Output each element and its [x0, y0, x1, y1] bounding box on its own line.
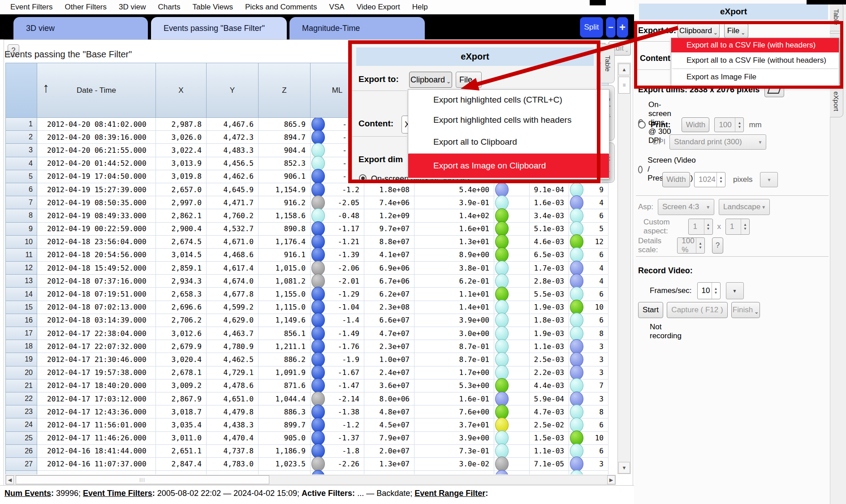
- table-row[interactable]: 82012-04-19 08:49:33.0002,862.14,760.21,…: [5, 209, 609, 222]
- menu-item-export-all-to-a-csv-file-with-headers-[interactable]: Export all to a CSV File (with headers): [671, 38, 839, 52]
- table-row[interactable]: 202012-04-17 19:57:38.0002,678.14,729.11…: [5, 366, 609, 379]
- tab-3d-view[interactable]: 3D view: [13, 17, 148, 39]
- table-row[interactable]: 222012-04-17 17:03:12.0002,867.94,651.01…: [5, 392, 609, 405]
- scroll-up-icon[interactable]: ▲: [618, 64, 630, 75]
- aspect-dropdown[interactable]: Screen 4:3▼: [658, 199, 714, 215]
- table-row[interactable]: 142012-04-18 07:19:51.0002,658.34,677.81…: [5, 288, 609, 301]
- menu-item-export-all-to-clipboard[interactable]: Export all to Clipboard: [408, 130, 609, 153]
- menu-item-export-as-image-file[interactable]: Export as Image File: [671, 69, 839, 85]
- radio-selected-icon[interactable]: [359, 174, 367, 180]
- radio-icon[interactable]: [638, 121, 646, 129]
- file-button[interactable]: File⌄: [456, 72, 482, 88]
- scroll-right-icon[interactable]: ▶: [607, 475, 615, 484]
- table-row[interactable]: 92012-04-19 00:22:59.0002,900.44,532.789…: [5, 223, 609, 236]
- scroll-down-icon[interactable]: ▼: [618, 462, 630, 474]
- menu-item-export-all-to-a-csv-file-without-headers-[interactable]: Export all to a CSV File (without header…: [671, 52, 839, 69]
- table-row[interactable]: 232012-04-17 12:43:36.0003,018.74,479.88…: [5, 405, 609, 418]
- status-bar: Num Events: 39996; Event Time Filters: 2…: [0, 486, 634, 504]
- column-header-Y[interactable]: Y: [207, 63, 259, 118]
- dpi-dropdown[interactable]: Standard print (300)▼: [669, 134, 766, 150]
- menu-item-3d-view[interactable]: 3D view: [119, 3, 146, 12]
- zoom-in-button[interactable]: +: [617, 17, 628, 38]
- cell: 916.1: [259, 249, 311, 262]
- finish-button[interactable]: Finish⌄: [731, 302, 760, 318]
- menu-item-charts[interactable]: Charts: [158, 3, 180, 12]
- clipboard-button[interactable]: Clipboard⌄: [678, 23, 720, 38]
- details-scale-spinner[interactable]: 100 %▲▼: [677, 237, 705, 254]
- side-tab-table[interactable]: Table: [601, 44, 615, 83]
- split-button[interactable]: Split: [580, 17, 603, 38]
- menu-item-export-highlighted-cells-with-headers[interactable]: Export highlighted cells with headers: [408, 110, 609, 130]
- column-header-Date - Time[interactable]: ↑Date - Time: [37, 63, 156, 118]
- spinner-arrows-icon[interactable]: ▲▼: [717, 172, 725, 187]
- menu-item-event-filters[interactable]: Event Filters: [10, 3, 52, 12]
- menu-item-video-export[interactable]: Video Export: [357, 3, 400, 12]
- table-row[interactable]: 262012-04-16 18:41:44.0002,651.14,737.81…: [5, 445, 609, 458]
- event-marker-icon: [570, 287, 583, 302]
- cell: 4.6e-03: [530, 236, 569, 249]
- side-tab-table[interactable]: Table: [830, 3, 843, 31]
- column-header-col0[interactable]: [5, 63, 37, 118]
- screen-unit-dropdown[interactable]: ▼: [760, 172, 778, 187]
- print-width-button[interactable]: Width: [682, 117, 709, 132]
- menu-item-help[interactable]: Help: [412, 3, 428, 12]
- table-row[interactable]: 252012-04-17 11:46:26.0003,011.04,470.49…: [5, 432, 609, 445]
- table-row[interactable]: 102012-04-18 23:56:04.0002,674.54,671.01…: [5, 236, 609, 249]
- start-button[interactable]: Start: [638, 302, 663, 318]
- tab-events-passing-base-filter-[interactable]: Events passing "Base Filter": [151, 17, 287, 39]
- fps-spinner[interactable]: 10▲▼: [697, 282, 721, 299]
- table-row[interactable]: 132012-04-18 07:37:16.0002,934.34,674.01…: [5, 275, 609, 288]
- column-header-Z[interactable]: Z: [259, 63, 311, 118]
- scrollbar-thumb[interactable]: |||: [16, 475, 269, 484]
- table-row[interactable]: 122012-04-18 15:49:52.0002,859.14,617.41…: [5, 262, 609, 275]
- spinner-arrows-icon[interactable]: ▲▼: [741, 219, 749, 234]
- table-row[interactable]: 72012-04-19 08:50:35.0002,997.04,471.791…: [5, 196, 609, 209]
- table-row[interactable]: 192012-04-17 21:30:46.0003,020.44,462.58…: [5, 353, 609, 366]
- menu-item-vsa[interactable]: VSA: [329, 3, 345, 12]
- custom-aspect-x-spinner[interactable]: 1▲▼: [688, 219, 712, 235]
- capture-button[interactable]: Capture ( F12 ): [667, 302, 728, 318]
- menu-item-other-filters[interactable]: Other Filters: [65, 3, 107, 12]
- table-row[interactable]: 182012-04-17 22:07:32.0002,679.94,780.91…: [5, 340, 609, 353]
- table-horizontal-scrollbar[interactable]: ◀ ||| ▶: [5, 475, 616, 485]
- table-row[interactable]: 152012-04-18 07:02:13.0002,696.64,599.21…: [5, 301, 609, 314]
- screen-width-button[interactable]: Width: [662, 172, 690, 187]
- file-button[interactable]: File⌄: [724, 23, 748, 38]
- zoom-out-button[interactable]: −: [606, 17, 616, 38]
- menu-item-export-as-image-on-clipboard[interactable]: Export as Image on Clipboard: [408, 154, 609, 178]
- cell: 4,468.6: [207, 249, 259, 262]
- scroll-left-icon[interactable]: ◀: [6, 475, 14, 484]
- table-vertical-scrollbar[interactable]: ▲ ≡ ▼: [617, 63, 631, 474]
- clipboard-button[interactable]: Clipboard⌄: [409, 72, 452, 88]
- table-row[interactable]: 162012-04-18 03:14:39.0002,706.24,629.01…: [5, 314, 609, 327]
- tab-magnitude-time[interactable]: Magnitude-Time: [289, 17, 425, 39]
- spinner-arrows-icon[interactable]: ▲▼: [735, 118, 743, 132]
- table-row[interactable]: 62012-04-19 15:27:39.0002,657.04,645.91,…: [5, 183, 609, 196]
- table-row[interactable]: 172012-04-17 22:38:04.0003,012.64,463.78…: [5, 327, 609, 340]
- spinner-arrows-icon[interactable]: ▲▼: [712, 283, 720, 299]
- custom-aspect-y-spinner[interactable]: 1▲▼: [725, 219, 750, 235]
- fps-preset-dropdown[interactable]: ▼: [726, 282, 744, 299]
- table-row[interactable]: 272012-04-16 11:07:37.0002,847.44,783.01…: [5, 458, 609, 471]
- event-marker-icon: [311, 339, 325, 354]
- spinner-arrows-icon[interactable]: ▲▼: [704, 219, 712, 234]
- scrollbar-thumb[interactable]: ≡: [618, 77, 630, 94]
- cell: 7: [5, 196, 37, 209]
- table-row[interactable]: 242012-04-17 11:56:01.0003,035.44,438.38…: [5, 418, 609, 431]
- spinner-arrows-icon[interactable]: ▲▼: [696, 238, 704, 253]
- column-header-X[interactable]: X: [156, 63, 207, 118]
- screen-width-spinner[interactable]: 1024▲▼: [694, 172, 725, 187]
- menu-item-table-views[interactable]: Table Views: [193, 3, 233, 12]
- dpi-row: DPI Standard print (300)▼: [653, 134, 766, 150]
- details-scale-help-button[interactable]: ?: [712, 237, 723, 254]
- menu-item-picks-and-comments[interactable]: Picks and Comments: [245, 3, 317, 12]
- table-row[interactable]: 112012-04-18 20:54:56.0003,014.54,468.69…: [5, 249, 609, 262]
- side-tab-export[interactable]: eXport: [830, 85, 843, 117]
- table-row[interactable]: 212012-04-17 18:40:20.0003,009.24,478.68…: [5, 379, 609, 392]
- radio-icon[interactable]: [638, 166, 643, 173]
- orientation-dropdown[interactable]: Landscape▼: [719, 199, 770, 215]
- menu-item-export-highlighted-cells-ctrl-c-[interactable]: Export highlighted cells (CTRL+C): [408, 90, 609, 110]
- table-row[interactable]: [5, 471, 609, 474]
- print-width-spinner[interactable]: 100▲▼: [714, 117, 744, 132]
- event-marker-icon: [495, 261, 509, 276]
